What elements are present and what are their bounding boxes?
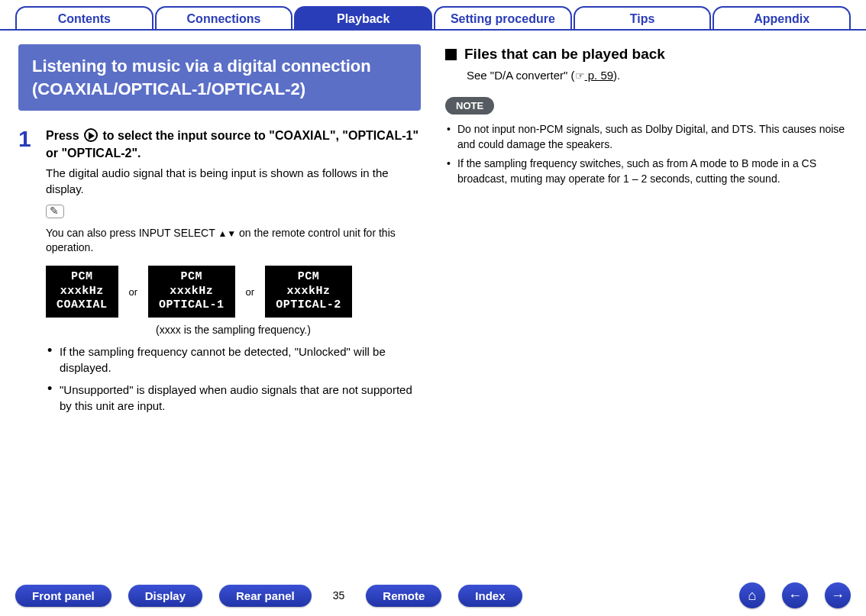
display-optical-2: PCM xxxkHz OPTICAL-2 (265, 266, 352, 318)
step-title-before: Press (46, 129, 82, 142)
remote-note: You can also press INPUT SELECT ▲▼ on th… (46, 226, 421, 255)
next-page-button[interactable]: → (825, 582, 851, 608)
display-caption: (xxxx is the sampling frequency.) (46, 324, 421, 336)
square-bullet-icon (445, 49, 457, 60)
note-item-1: Do not input non-PCM signals, such as Do… (445, 122, 848, 152)
bullet-unlocked: If the sampling frequency cannot be dete… (46, 343, 421, 376)
step-title-after: to select the input source to "COAXIAL",… (46, 129, 418, 159)
tab-tips[interactable]: Tips (574, 6, 712, 29)
note-list: Do not input non-PCM signals, such as Do… (445, 122, 848, 186)
tab-playback[interactable]: Playback (294, 6, 432, 29)
step-body: Press to select the input source to "COA… (46, 127, 421, 420)
see-before: See "D/A converter" ( (467, 69, 575, 82)
step-1: 1 Press to select the input source to "C… (18, 127, 421, 420)
page-number: 35 (328, 589, 350, 601)
step-description: The digital audio signal that is being i… (46, 165, 421, 197)
btn-index[interactable]: Index (458, 585, 522, 607)
display-examples: PCM xxxkHz COAXIAL or PCM xxxkHz OPTICAL… (46, 266, 421, 318)
note-label: NOTE (445, 97, 494, 114)
pencil-icon (46, 205, 64, 218)
bullet-unsupported: "Unsupported" is displayed when audio si… (46, 382, 421, 414)
note-item-2: If the sampling frequency switches, such… (445, 156, 848, 186)
input-select-icon (84, 128, 98, 142)
main-content: Listening to music via a digital connect… (0, 31, 866, 424)
right-column: Files that can be played back See "D/A c… (445, 44, 848, 424)
or-label-1: or (129, 286, 138, 298)
see-reference: See "D/A converter" (☞ p. 59). (467, 69, 848, 82)
files-heading: Files that can be played back (445, 46, 848, 63)
left-column: Listening to music via a digital connect… (18, 44, 421, 424)
step-title: Press to select the input source to "COA… (46, 127, 421, 162)
section-heading-box: Listening to music via a digital connect… (18, 44, 421, 111)
display-coaxial: PCM xxxkHz COAXIAL (46, 266, 118, 318)
tab-contents[interactable]: Contents (15, 6, 153, 29)
home-button[interactable]: ⌂ (739, 582, 765, 608)
display-optical-1: PCM xxxkHz OPTICAL-1 (148, 266, 235, 318)
or-label-2: or (246, 286, 255, 298)
step-bullets: If the sampling frequency cannot be dete… (46, 343, 421, 414)
btn-remote[interactable]: Remote (366, 585, 441, 607)
files-heading-text: Files that can be played back (464, 46, 665, 63)
top-tabs: Contents Connections Playback Setting pr… (0, 0, 866, 31)
tab-setting-procedure[interactable]: Setting procedure (434, 6, 572, 29)
see-after: ). (613, 69, 620, 82)
prev-page-button[interactable]: ← (782, 582, 808, 608)
tab-appendix[interactable]: Appendix (713, 6, 851, 29)
bottom-bar: Front panel Display Rear panel 35 Remote… (0, 582, 866, 608)
up-down-icon: ▲▼ (218, 228, 236, 239)
btn-rear-panel[interactable]: Rear panel (219, 585, 312, 607)
btn-front-panel[interactable]: Front panel (15, 585, 111, 607)
tab-connections[interactable]: Connections (155, 6, 293, 29)
remote-note-before: You can also press INPUT SELECT (46, 227, 218, 239)
page-link-59[interactable]: p. 59 (585, 69, 614, 82)
btn-display[interactable]: Display (128, 585, 202, 607)
hand-pointer-icon: ☞ (575, 69, 585, 82)
step-number: 1 (18, 127, 35, 420)
